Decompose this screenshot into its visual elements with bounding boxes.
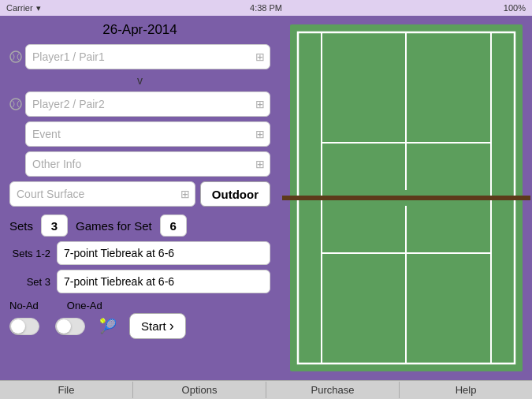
set3-row: Set 3 7-point Tiebreak at 6-6 <box>9 270 270 293</box>
noad-labels: No-Ad One-Ad <box>9 300 270 311</box>
player1-contact-icon: ⊞ <box>255 50 265 63</box>
outdoor-button[interactable]: Outdoor <box>200 181 270 207</box>
left-panel: 26-Apr-2014 Player1 / Pair1 ⊞ v Player2 … <box>0 16 280 380</box>
set3-tiebreak-input[interactable]: 7-point Tiebreak at 6-6 <box>57 270 270 293</box>
toggles-row: 🎾 Start › <box>9 313 270 339</box>
player1-placeholder: Player1 / Pair1 <box>32 50 105 63</box>
games-label: Games for Set <box>76 219 152 233</box>
onead-toggle[interactable] <box>55 318 85 335</box>
player1-row: Player1 / Pair1 ⊞ <box>9 44 270 69</box>
sets-games-row: Sets 3 Games for Set 6 <box>9 214 270 237</box>
sets12-tiebreak-input[interactable]: 7-point Tiebreak at 6-6 <box>57 241 270 265</box>
svg-point-1 <box>10 99 21 110</box>
noad-toggle[interactable] <box>9 318 39 335</box>
sets12-row: Sets 1-2 7-point Tiebreak at 6-6 <box>9 241 270 265</box>
battery-label: 100% <box>504 3 526 13</box>
right-panel <box>280 16 532 380</box>
net <box>282 196 530 200</box>
sets-label: Sets <box>9 219 33 233</box>
noad-toggle-knob <box>11 319 25 334</box>
svg-point-0 <box>10 51 21 62</box>
date-title: 26-Apr-2014 <box>9 22 270 38</box>
court-surface-input[interactable]: Court Surface ⊞ <box>9 181 195 207</box>
set3-label: Set 3 <box>9 276 50 288</box>
noad-label: No-Ad <box>9 300 39 311</box>
main-area: 26-Apr-2014 Player1 / Pair1 ⊞ v Player2 … <box>0 16 532 380</box>
bottom-toolbar: File Options Purchase Help <box>0 380 532 399</box>
onead-label: One-Ad <box>67 300 102 311</box>
court-surface-placeholder: Court Surface <box>17 188 84 200</box>
court-surface-row: Court Surface ⊞ Outdoor <box>9 181 270 207</box>
start-button[interactable]: Start › <box>129 313 186 339</box>
sets12-label: Sets 1-2 <box>9 248 50 259</box>
tennis-ball-icon-2 <box>9 98 22 110</box>
tennis-ball-icon <box>9 50 22 63</box>
player2-contact-icon: ⊞ <box>255 98 265 110</box>
player2-input[interactable]: Player2 / Pair2 ⊞ <box>25 91 270 117</box>
toolbar-help[interactable]: Help <box>400 382 532 398</box>
wifi-icon: ▾ <box>36 3 41 13</box>
status-bar: Carrier ▾ 4:38 PM 100% <box>0 0 532 16</box>
time-label: 4:38 PM <box>250 3 282 13</box>
start-chevron: › <box>169 318 174 334</box>
player2-placeholder: Player2 / Pair2 <box>32 98 105 110</box>
toolbar-file[interactable]: File <box>0 382 133 398</box>
versus-label: v <box>9 74 270 87</box>
racket-icon: 🎾 <box>99 318 117 335</box>
event-placeholder: Event <box>32 128 61 140</box>
set3-tiebreak-value: 7-point Tiebreak at 6-6 <box>64 275 174 288</box>
sets-value[interactable]: 3 <box>41 214 68 237</box>
event-input[interactable]: Event ⊞ <box>25 121 270 147</box>
noad-section: No-Ad One-Ad 🎾 Start › <box>9 300 270 339</box>
other-info-icon: ⊞ <box>255 158 265 170</box>
event-row: Event ⊞ <box>9 121 270 147</box>
player1-input[interactable]: Player1 / Pair1 ⊞ <box>25 44 270 69</box>
sets12-tiebreak-value: 7-point Tiebreak at 6-6 <box>64 247 174 259</box>
carrier-label: Carrier <box>6 3 33 13</box>
tennis-court <box>290 24 523 371</box>
event-icon: ⊞ <box>255 128 265 140</box>
other-info-input[interactable]: Other Info ⊞ <box>25 151 270 177</box>
toolbar-options[interactable]: Options <box>133 382 266 398</box>
toolbar-purchase[interactable]: Purchase <box>266 382 400 398</box>
games-value[interactable]: 6 <box>160 214 187 237</box>
onead-toggle-knob <box>57 319 71 334</box>
start-label: Start <box>141 319 166 333</box>
court-surface-icon: ⊞ <box>180 188 190 200</box>
player2-row: Player2 / Pair2 ⊞ <box>9 91 270 117</box>
other-info-placeholder: Other Info <box>32 158 81 170</box>
other-info-row: Other Info ⊞ <box>9 151 270 177</box>
